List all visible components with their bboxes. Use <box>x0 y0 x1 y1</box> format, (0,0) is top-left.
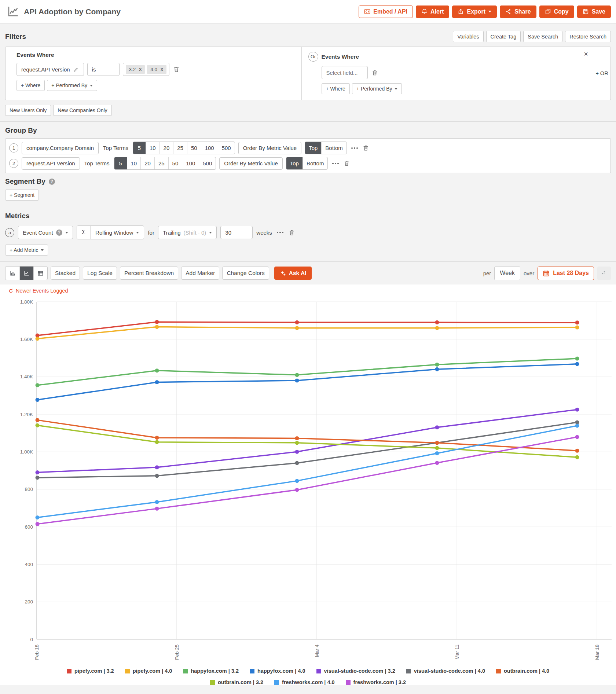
sparkle-icon <box>280 270 286 276</box>
filter-field-selector[interactable]: request.API Version <box>16 63 84 76</box>
add-or-button[interactable]: + OR <box>593 47 610 100</box>
add-metric-button[interactable]: + Add Metric <box>5 245 48 256</box>
segment-option-5[interactable]: 5 <box>133 142 146 154</box>
svg-text:400: 400 <box>25 562 33 567</box>
top-terms-label: Top Terms <box>103 145 128 151</box>
remove-tag-icon[interactable]: x <box>139 67 142 72</box>
alert-button[interactable]: Alert <box>416 5 449 18</box>
more-options-icon[interactable] <box>331 163 340 164</box>
segment-option-bottom[interactable]: Bottom <box>302 157 328 169</box>
log-scale-button[interactable]: Log Scale <box>83 267 117 280</box>
segment-option-top[interactable]: Top <box>305 142 321 154</box>
percent-breakdown-button[interactable]: Percent Breakdown <box>120 267 178 280</box>
variables-button[interactable]: Variables <box>453 31 483 42</box>
order-by-selector[interactable]: Order By Metric Value <box>219 157 282 170</box>
collapse-view-button[interactable] <box>597 267 611 280</box>
delete-group-icon[interactable] <box>362 144 369 151</box>
segment-option-top[interactable]: Top <box>286 157 302 169</box>
add-where-button[interactable]: + Where <box>322 83 350 94</box>
filter-group-2: × Or Events Where + Where + Performed By <box>301 47 593 100</box>
segment-option-20[interactable]: 20 <box>140 157 154 169</box>
table-view-button[interactable] <box>33 267 47 280</box>
ask-ai-button[interactable]: Ask AI <box>274 267 312 280</box>
segment-option-10[interactable]: 10 <box>146 142 160 154</box>
direction-segments: TopBottom <box>305 142 347 154</box>
chevron-down-icon <box>209 232 212 234</box>
line-chart[interactable]: 02004006008001.00K1.20K1.40K1.60K1.80KFe… <box>0 284 616 668</box>
group-field-selector[interactable]: request.API Version <box>22 157 80 170</box>
copy-button[interactable]: Copy <box>539 5 574 18</box>
segment-option-50[interactable]: 50 <box>168 157 182 169</box>
new-companies-only-button[interactable]: New Companies Only <box>53 105 111 116</box>
segment-option-5[interactable]: 5 <box>114 157 127 169</box>
bar-chart-type-button[interactable] <box>6 267 19 280</box>
svg-text:Feb 25: Feb 25 <box>174 645 180 660</box>
trailing-selector[interactable]: Trailing (Shift - 0) <box>158 226 217 239</box>
save-search-button[interactable]: Save Search <box>523 31 562 42</box>
window-type-selector[interactable]: Rolling Window <box>90 226 144 239</box>
change-colors-button[interactable]: Change Colors <box>222 267 269 280</box>
segment-option-10[interactable]: 10 <box>127 157 141 169</box>
segment-option-25[interactable]: 25 <box>154 157 168 169</box>
group-index-badge: 2 <box>9 159 18 168</box>
newer-events-notice[interactable]: Newer Events Logged <box>8 288 68 294</box>
segment-option-50[interactable]: 50 <box>187 142 201 154</box>
close-filter-group-icon[interactable]: × <box>584 50 588 58</box>
legend-item[interactable]: visual-studio-code.com | 3.2 <box>316 668 395 674</box>
legend-item[interactable]: outbrain.com | 3.2 <box>210 679 263 685</box>
export-icon <box>458 8 464 15</box>
share-button[interactable]: Share <box>500 5 536 18</box>
svg-text:1.60K: 1.60K <box>20 337 33 342</box>
legend-item[interactable]: happyfox.com | 3.2 <box>183 668 239 674</box>
segment-option-100[interactable]: 100 <box>182 157 199 169</box>
delete-group-icon[interactable] <box>343 160 350 167</box>
segment-option-25[interactable]: 25 <box>173 142 187 154</box>
stacked-button[interactable]: Stacked <box>51 267 80 280</box>
add-performed-by-button[interactable]: + Performed By <box>47 80 97 91</box>
more-options-icon[interactable] <box>350 147 359 149</box>
delete-filter-icon[interactable] <box>371 69 378 76</box>
legend-item[interactable]: visual-studio-code.com | 4.0 <box>406 668 485 674</box>
line-chart-type-button[interactable] <box>19 267 33 280</box>
legend-item[interactable]: happyfox.com | 4.0 <box>250 668 305 674</box>
metric-selector[interactable]: Event Count ? <box>18 226 73 239</box>
embed-api-button[interactable]: Embed / API <box>359 5 413 18</box>
order-by-selector[interactable]: Order By Metric Value <box>238 142 301 154</box>
legend-item[interactable]: pipefy.com | 3.2 <box>67 668 114 674</box>
add-performed-by-button[interactable]: + Performed By <box>352 83 402 94</box>
group-field-selector[interactable]: company.Company Domain <box>22 142 99 154</box>
more-options-icon[interactable] <box>276 232 285 233</box>
restore-search-button[interactable]: Restore Search <box>565 31 611 42</box>
svg-text:0: 0 <box>30 637 33 642</box>
filter-values-box[interactable]: 3.2 x 4.0 x <box>123 63 169 76</box>
add-marker-button[interactable]: Add Marker <box>181 267 219 280</box>
save-button[interactable]: Save <box>577 5 611 18</box>
add-segment-button[interactable]: + Segment <box>5 190 39 201</box>
window-length-input[interactable] <box>220 226 253 239</box>
chart-area[interactable]: Newer Events Logged 02004006008001.00K1.… <box>0 284 616 685</box>
segment-option-500[interactable]: 500 <box>218 142 235 154</box>
create-tag-button[interactable]: Create Tag <box>486 31 521 42</box>
add-where-button[interactable]: + Where <box>16 80 45 91</box>
aggregate-selector[interactable]: Σ <box>77 226 91 239</box>
segment-option-100[interactable]: 100 <box>201 142 218 154</box>
segment-option-20[interactable]: 20 <box>160 142 173 154</box>
select-field-input[interactable] <box>322 66 368 79</box>
segment-option-500[interactable]: 500 <box>199 157 216 169</box>
legend-item[interactable]: pipefy.com | 4.0 <box>125 668 172 674</box>
new-users-only-button[interactable]: New Users Only <box>5 105 51 116</box>
legend-item[interactable]: outbrain.com | 4.0 <box>496 668 549 674</box>
legend-item[interactable]: freshworks.com | 3.2 <box>346 679 406 685</box>
help-icon[interactable]: ? <box>49 179 55 185</box>
delete-metric-icon[interactable] <box>288 229 295 236</box>
filter-operator-selector[interactable]: is <box>87 63 120 76</box>
legend-item[interactable]: freshworks.com | 4.0 <box>274 679 334 685</box>
remove-tag-icon[interactable]: x <box>161 67 163 72</box>
segment-option-bottom[interactable]: Bottom <box>321 142 346 154</box>
svg-text:1.20K: 1.20K <box>20 412 33 417</box>
interval-selector[interactable]: Week <box>494 267 520 280</box>
export-button[interactable]: Export <box>452 5 497 18</box>
delete-filter-icon[interactable] <box>173 66 180 73</box>
select-field-input[interactable] <box>326 70 363 76</box>
date-range-button[interactable]: Last 28 Days <box>538 267 594 280</box>
